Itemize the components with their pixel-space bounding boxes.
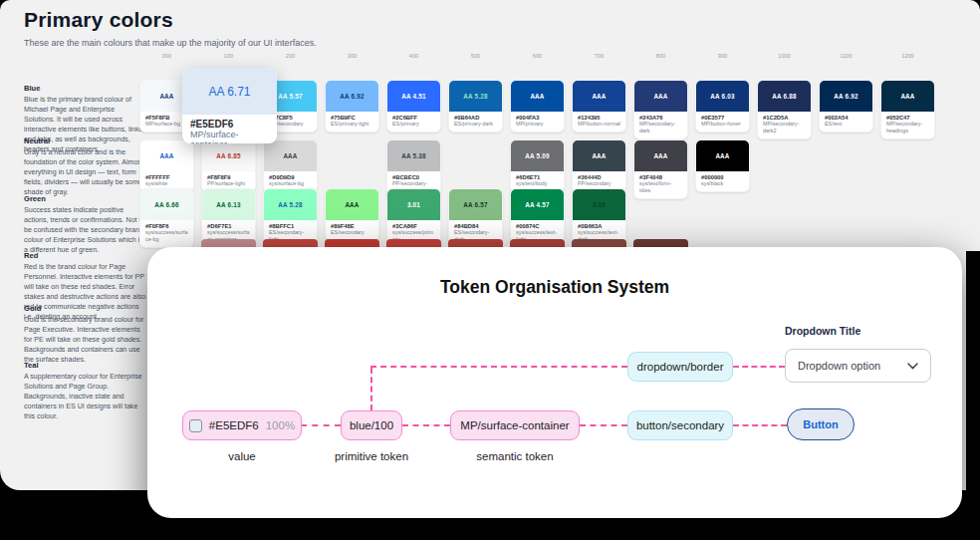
value-hex: #E5EDF6 [209, 419, 259, 431]
contrast-badge: AA 4.57 [525, 201, 549, 208]
contrast-badge: AA 6.92 [340, 93, 364, 100]
swatch-token: MP/button-hover [701, 121, 744, 128]
contrast-badge: AA 6.88 [772, 93, 796, 100]
swatch-token: PP/surface-light [207, 180, 250, 187]
swatch-token: sys/success/surface-bg [145, 229, 188, 243]
semantic-token-label: semantic token [455, 450, 575, 462]
swatch-blue-500[interactable]: AA 5.28#0B64ADES/primary-dark [448, 80, 503, 133]
swatch-token: sys/black [701, 180, 744, 187]
swatch-token: MP/secondary-headings [886, 121, 929, 135]
description-teal: TealA supplementary colour for Enterpris… [24, 361, 147, 422]
swatch-token: ES/secondary [331, 229, 373, 236]
contrast-badge: 3.01 [407, 201, 420, 208]
column-header-600: 600 [510, 53, 565, 59]
swatch-neutral-100[interactable]: AA 6.85#F8F8F9PP/surface-light [201, 139, 256, 192]
swatch-token: MP/primary [516, 121, 559, 128]
column-header-1000: 1000 [757, 53, 812, 59]
swatch-blue-600[interactable]: AAA#004FA3MP/primary [510, 80, 565, 133]
contrast-badge: AAA [900, 93, 914, 100]
swatch-neutral-700[interactable]: AAA#36444DPP/secondary [572, 139, 626, 192]
canvas: Primary colors These are the main colour… [0, 0, 980, 540]
contrast-badge: AA 5.09 [525, 152, 549, 159]
contrast-badge: AA 6.66 [154, 201, 178, 208]
swatch-blue-1200[interactable]: AAA#052C47MP/secondary-headings [880, 80, 935, 139]
swatch-green-300[interactable]: AAA#89F48EES/secondary [325, 188, 379, 241]
tooltip-contrast: AA 6.71 [208, 85, 250, 99]
swatch-blue-700[interactable]: AAA#124395MP/button-normal [572, 80, 626, 133]
swatch-blue-800[interactable]: AAA#243A76MP/secondary-dark [633, 80, 688, 139]
button-secondary-token-node: button/secondary [627, 410, 733, 440]
description-gold: GoldGold is the secondary brand colour f… [24, 304, 147, 366]
swatch-neutral-000[interactable]: AAA#FFFFFFsys/white [139, 139, 194, 192]
primitive-token-text: blue/100 [350, 419, 393, 431]
contrast-badge: AA 6.85 [216, 152, 240, 159]
swatch-neutral-200[interactable]: AAA#D9D9D9sys/surface-bg [263, 139, 318, 192]
connector-value-primitive [301, 424, 341, 426]
description-green: GreenSuccess states indicate positive ac… [24, 194, 147, 256]
column-header-100: 100 [201, 53, 256, 59]
contrast-badge: AA 5.38 [401, 152, 425, 159]
semantic-token-text: MP/surface-container [460, 419, 569, 431]
tooltip-color-preview: AA 6.71 [182, 68, 277, 115]
card-title: Token Organisation System [147, 277, 962, 298]
swatch-token: ES/text [825, 121, 867, 128]
connector-primitive-semantic [402, 424, 450, 426]
swatch-green-000[interactable]: AA 6.66#F0F8F6sys/success/surface-bg [139, 188, 194, 248]
tooltip-token: MP/surface-container [190, 130, 269, 143]
swatch-tooltip: AA 6.71 #E5EDF6 MP/surface-container [182, 68, 277, 143]
chevron-down-icon [907, 363, 918, 370]
column-header-000: 000 [139, 53, 194, 59]
swatch-token: ES/primary-light [331, 121, 373, 128]
contrast-badge: AAA [592, 152, 606, 159]
swatch-blue-1000[interactable]: AA 6.88#1C2D5AMP/secondary-dark2 [757, 80, 812, 139]
swatch-blue-400[interactable]: AA 4.51#2C6BFFES/primary [386, 80, 441, 133]
swatch-blue-900[interactable]: AA 6.03#0E3577MP/button-hover [695, 80, 750, 133]
connector-buttontoken-button [733, 424, 787, 426]
swatch-token: sys/text/body [516, 180, 559, 187]
column-header-400: 400 [386, 53, 441, 59]
swatch-neutral-900[interactable]: AAA#000000sys/black [695, 139, 750, 192]
page-subtitle: These are the main colours that make up … [24, 38, 317, 48]
dropdown-border-token-node: dropdown/border [627, 352, 733, 382]
column-header-500: 500 [448, 53, 503, 59]
dropdown-control[interactable]: Dropdown option [785, 349, 931, 383]
column-header-300: 300 [325, 53, 379, 59]
swatch-blue-300[interactable]: AA 6.92#75B9FCES/primary-light [325, 80, 379, 133]
contrast-badge: 3.00 [593, 201, 606, 208]
swatch-neutral-600[interactable]: AA 5.09#6D6E71sys/text/body [510, 139, 565, 192]
swatch-blue-1100[interactable]: AA 6.92#002A54ES/text [819, 80, 873, 133]
swatch-token: sys/text/form-titles [639, 180, 682, 194]
dropdown-border-token-text: dropdown/border [637, 361, 724, 373]
contrast-badge: AA 6.57 [463, 201, 487, 208]
semantic-token-node: MP/surface-container [450, 410, 580, 440]
swatch-token: MP/secondary-dark2 [763, 121, 806, 135]
contrast-badge: AA 5.28 [463, 93, 487, 100]
connector-dropdowntoken-dropdown [733, 366, 785, 368]
swatch-token: ES/primary [392, 121, 435, 128]
connector-semantic-button-token [580, 424, 627, 426]
column-header-1100: 1100 [819, 53, 873, 59]
value-label: value [182, 450, 302, 462]
page-title: Primary colors [24, 8, 173, 32]
contrast-badge: AAA [592, 93, 606, 100]
column-header-1200: 1200 [880, 53, 935, 59]
column-header-800: 800 [633, 53, 688, 59]
contrast-badge: AAA [283, 152, 297, 159]
contrast-badge: AAA [530, 93, 544, 100]
contrast-badge: AAA [159, 152, 173, 159]
column-header-200: 200 [263, 53, 318, 59]
dropdown-selected-option: Dropdown option [798, 360, 880, 372]
value-node: #E5EDF6 100% [182, 410, 302, 440]
contrast-badge: AA 6.03 [710, 93, 734, 100]
connector-elbow-vertical [370, 368, 372, 410]
column-header-900: 900 [695, 53, 750, 59]
swatch-neutral-800[interactable]: AAA#3F4048sys/text/form-titles [633, 139, 688, 199]
button-component[interactable]: Button [787, 408, 855, 440]
contrast-badge: AAA [715, 152, 729, 159]
contrast-badge: AA 4.51 [401, 93, 425, 100]
button-secondary-token-text: button/secondary [636, 419, 724, 431]
primitive-token-node: blue/100 [341, 410, 402, 440]
canvas-gap [966, 251, 980, 490]
contrast-badge: AAA [653, 93, 667, 100]
swatch-token: MP/secondary-dark [639, 121, 682, 135]
